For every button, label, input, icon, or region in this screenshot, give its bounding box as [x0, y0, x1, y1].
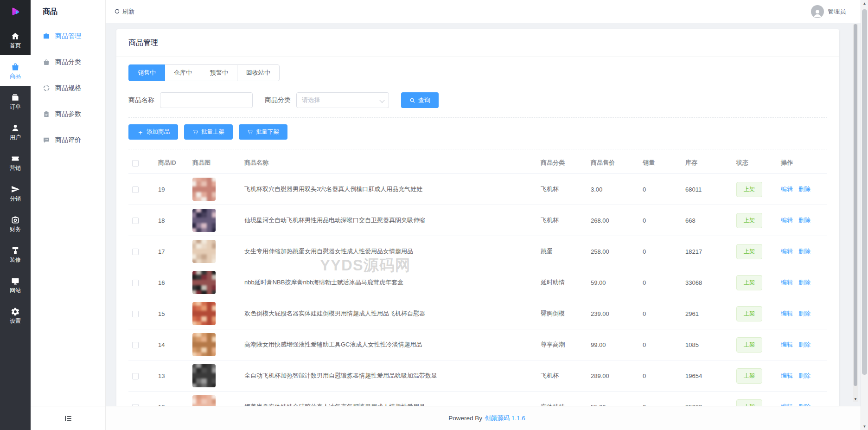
product-id: 15 — [154, 298, 189, 329]
product-name-input[interactable] — [160, 92, 253, 108]
rail-item-finance[interactable]: 财务 — [0, 208, 31, 239]
category-select[interactable]: 请选择 — [296, 92, 389, 108]
vendor-link[interactable]: 创颜源码 1.1.6 — [485, 414, 525, 423]
rail-item-orders[interactable]: 订单 — [0, 86, 31, 116]
edit-link[interactable]: 编辑 — [781, 248, 793, 255]
product-price: 258.00 — [587, 236, 639, 267]
tab-2[interactable]: 预警中 — [201, 64, 237, 81]
rail-item-marketing[interactable]: 营销 — [0, 147, 31, 178]
rail-item-home[interactable]: 首页 — [0, 25, 31, 55]
cart-up-icon — [192, 129, 198, 135]
column-header: 操作 — [777, 152, 827, 174]
user-menu[interactable]: 管理员 — [811, 5, 846, 18]
submenu-item-spec[interactable]: 商品规格 — [31, 75, 105, 101]
delete-link[interactable]: 删除 — [798, 310, 811, 317]
select-all-checkbox[interactable] — [132, 160, 139, 167]
row-checkbox[interactable] — [132, 373, 139, 379]
batch-on-shelf-button[interactable]: 批量上架 — [184, 124, 233, 140]
delete-link[interactable]: 删除 — [798, 248, 811, 255]
search-button[interactable]: 查询 — [401, 92, 439, 108]
product-id: 19 — [154, 174, 189, 205]
product-image[interactable] — [192, 364, 216, 387]
review-icon — [43, 136, 50, 144]
batch-off-shelf-button[interactable]: 批量下架 — [239, 124, 287, 140]
edit-link[interactable]: 编辑 — [781, 186, 793, 193]
delete-link[interactable]: 删除 — [798, 372, 811, 379]
product-image[interactable] — [192, 271, 216, 294]
delete-link[interactable]: 删除 — [798, 186, 811, 193]
submenu-item-category[interactable]: 商品分类 — [31, 49, 105, 75]
rail-item-label: 用户 — [10, 135, 21, 140]
scroll-down-arrow-icon[interactable]: ▼ — [861, 424, 868, 429]
product-name: 仙境星河全自动飞机杯男性用品电动深喉口交自卫慰器真阴夹吸伸缩 — [241, 205, 537, 236]
rail-item-goods[interactable]: 商品 — [0, 55, 31, 86]
edit-link[interactable]: 编辑 — [781, 279, 793, 286]
refresh-button[interactable]: 刷新 — [114, 7, 134, 16]
scroll-down-arrow-icon[interactable]: ▼ — [853, 397, 858, 401]
product-stock: 68011 — [682, 174, 733, 205]
row-checkbox[interactable] — [132, 311, 139, 317]
finance-icon — [11, 215, 20, 225]
product-image[interactable] — [192, 178, 216, 201]
edit-link[interactable]: 编辑 — [781, 310, 793, 317]
user-name: 管理员 — [828, 7, 846, 16]
filter-row: 商品名称 商品分类 请选择 查询 — [128, 92, 827, 108]
product-image[interactable] — [192, 395, 216, 406]
product-image[interactable] — [192, 240, 216, 263]
product-image[interactable] — [192, 302, 216, 325]
topbar: 刷新 管理员 — [106, 0, 868, 23]
status-badge: 上架 — [736, 306, 762, 321]
table-row: 16nbb延时膏NBB按摩膏nbb海绵勃士赋活冰晶马鹿茸虎年套盒延时助情59.0… — [128, 267, 827, 298]
row-checkbox[interactable] — [132, 249, 139, 255]
edit-link[interactable]: 编辑 — [781, 372, 793, 379]
rail-item-distribution[interactable]: 分销 — [0, 178, 31, 208]
row-checkbox[interactable] — [132, 342, 139, 348]
page-scrollbar-thumb[interactable] — [862, 9, 867, 375]
rail-item-label: 订单 — [10, 104, 21, 109]
submenu-nav: 商品管理商品分类商品规格商品参数商品评价 — [31, 23, 105, 153]
tab-1[interactable]: 仓库中 — [165, 64, 201, 81]
column-header: 商品名称 — [241, 152, 537, 174]
product-category: 飞机杯 — [537, 205, 587, 236]
rail-item-settings[interactable]: 设置 — [0, 300, 31, 331]
edit-link[interactable]: 编辑 — [781, 341, 793, 348]
rail-item-website[interactable]: 网站 — [0, 270, 31, 300]
row-checkbox[interactable] — [132, 186, 139, 193]
row-checkbox[interactable] — [132, 280, 139, 286]
submenu-item-manage[interactable]: 商品管理 — [31, 23, 105, 49]
tab-3[interactable]: 回收站中 — [237, 64, 280, 81]
rail-item-label: 网站 — [10, 288, 21, 293]
content-scrollbar[interactable]: ▼ — [853, 24, 858, 402]
product-image[interactable] — [192, 333, 216, 356]
product-sales: 0 — [639, 174, 682, 205]
product-stock: 35033 — [682, 391, 733, 406]
delete-link[interactable]: 删除 — [798, 279, 811, 286]
rail-item-decoration[interactable]: 装修 — [0, 239, 31, 270]
collapse-sidebar-button[interactable] — [31, 406, 105, 430]
product-category: 延时助情 — [537, 267, 587, 298]
product-category: 飞机杯 — [537, 174, 587, 205]
rail-item-users[interactable]: 用户 — [0, 116, 31, 147]
delete-link[interactable]: 删除 — [798, 341, 811, 348]
column-header: 销量 — [639, 152, 682, 174]
submenu-item-param[interactable]: 商品参数 — [31, 101, 105, 127]
rail-item-label: 商品 — [10, 73, 21, 79]
blurred-photo — [192, 178, 216, 201]
product-category: 臀胸倒模 — [537, 298, 587, 329]
app-logo[interactable] — [0, 0, 31, 25]
tab-0[interactable]: 销售中 — [128, 64, 165, 81]
add-product-button[interactable]: ＋ 添加商品 — [128, 124, 178, 140]
blurred-photo — [192, 395, 216, 406]
status-badge: 上架 — [736, 182, 762, 197]
edit-link[interactable]: 编辑 — [781, 217, 793, 224]
product-image[interactable] — [192, 209, 216, 232]
product-sales: 0 — [639, 267, 682, 298]
submenu-item-review[interactable]: 商品评价 — [31, 127, 105, 153]
delete-link[interactable]: 删除 — [798, 217, 811, 224]
content-scrollbar-thumb[interactable] — [854, 24, 857, 386]
row-checkbox[interactable] — [132, 218, 139, 224]
scroll-up-arrow-icon[interactable]: ▲ — [861, 1, 868, 6]
category-label: 商品分类 — [265, 96, 291, 104]
page-scrollbar[interactable]: ▲ ▼ — [861, 0, 868, 430]
status-badge: 上架 — [736, 244, 762, 259]
